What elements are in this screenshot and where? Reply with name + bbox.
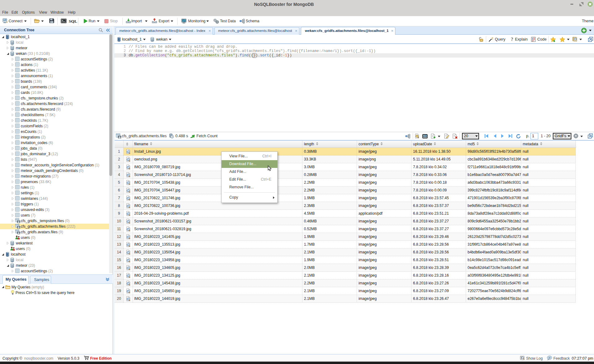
svg-text:?: ? — [511, 37, 513, 42]
svg-text:SQL: SQL — [69, 19, 77, 23]
